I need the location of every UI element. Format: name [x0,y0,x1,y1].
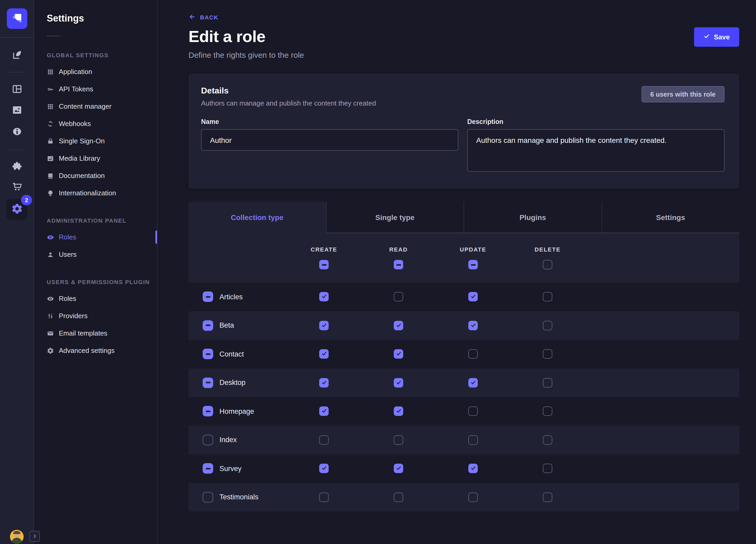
checkbox-articles-read[interactable] [394,292,403,302]
checkbox-homepage-delete[interactable] [543,407,552,416]
details-title: Details [201,86,376,96]
sidebar-item-webhooks[interactable]: Webhooks [34,115,157,132]
rail-item-plugins[interactable] [6,156,27,177]
sidebar-item-media-library[interactable]: Media Library [34,150,157,167]
checkbox-row-survey[interactable] [203,463,213,474]
back-link[interactable]: BACK [188,13,218,22]
checkbox-select-all-update[interactable] [468,260,478,269]
checkbox-contact-create[interactable] [319,349,329,359]
checkbox-contact-update[interactable] [468,349,478,359]
rail-item-marketplace[interactable] [6,177,27,198]
sidebar-item-label: Roles [59,233,76,241]
checkbox-desktop-delete[interactable] [543,378,552,388]
sidebar-item-label: Internationalization [59,189,116,197]
indeterminate-dash-icon [206,468,210,469]
tab-settings[interactable]: Settings [601,202,739,233]
sidebar-item-email-templates[interactable]: Email templates [34,325,157,342]
rail-item-content-manager[interactable] [6,79,27,100]
expand-sidebar-button[interactable] [29,531,40,542]
sidebar-item-api-tokens[interactable]: API Tokens [34,80,157,98]
checkbox-row-homepage[interactable] [203,406,213,417]
permissions-tabs: Collection typeSingle typePluginsSetting… [188,202,739,233]
check-icon [321,349,327,359]
checkbox-index-update[interactable] [468,435,478,445]
sidebar-item-documentation[interactable]: Documentation [34,167,157,184]
sidebar-item-providers[interactable]: Providers [34,307,157,325]
checkbox-testimonials-update[interactable] [468,493,478,502]
checkbox-beta-read[interactable] [394,321,403,330]
checkbox-survey-read[interactable] [394,464,403,473]
sidebar-item-application[interactable]: Application [34,63,157,80]
checkbox-select-all-read[interactable] [394,260,403,269]
checkbox-beta-update[interactable] [468,321,478,330]
sidebar-item-content-manager[interactable]: Content manager [34,98,157,115]
rail-item-information[interactable] [6,122,27,143]
tab-collection-type[interactable]: Collection type [188,202,326,233]
checkbox-row-beta[interactable] [203,320,213,331]
checkbox-row-contact[interactable] [203,349,213,359]
subnav-divider [47,36,60,36]
checkbox-index-read[interactable] [394,435,403,445]
checkbox-select-all-delete[interactable] [543,260,552,269]
sidebar-item-advanced-settings[interactable]: Advanced settings [34,342,157,359]
row-label: Contact [219,350,244,358]
checkbox-articles-create[interactable] [319,292,329,302]
rail-item-media-library[interactable] [6,100,27,121]
check-icon [321,464,327,473]
checkbox-row-index[interactable] [203,435,213,445]
checkbox-homepage-read[interactable] [394,407,403,416]
checkbox-row-testimonials[interactable] [203,492,213,503]
tab-plugins[interactable]: Plugins [464,202,601,233]
permission-row-survey: Survey [188,454,739,483]
checkbox-desktop-create[interactable] [319,378,329,388]
checkbox-survey-delete[interactable] [543,464,552,473]
sidebar-item-label: API Tokens [59,85,93,93]
sidebar-item-label: Single Sign-On [59,137,105,145]
indeterminate-dash-icon [322,264,326,265]
strapi-logo[interactable] [7,8,27,29]
mail-icon [47,329,54,337]
checkbox-desktop-update[interactable] [468,378,478,388]
checkbox-index-delete[interactable] [543,435,552,445]
row-label: Beta [219,322,234,329]
grid-icon [47,103,54,110]
checkbox-contact-read[interactable] [394,349,403,359]
globe-icon [47,189,54,197]
sidebar-item-label: Roles [59,295,76,302]
sidebar-item-label: Content manager [59,102,112,110]
checkbox-survey-create[interactable] [319,464,329,473]
checkbox-homepage-update[interactable] [468,407,478,416]
tab-single-type[interactable]: Single type [326,202,464,233]
checkbox-articles-delete[interactable] [543,292,552,302]
checkbox-homepage-create[interactable] [319,407,329,416]
user-avatar[interactable] [10,530,24,543]
checkbox-articles-update[interactable] [468,292,478,302]
checkbox-testimonials-read[interactable] [394,493,403,502]
checkbox-row-articles[interactable] [203,292,213,302]
checkbox-contact-delete[interactable] [543,349,552,359]
save-button[interactable]: Save [694,27,739,47]
sidebar-item-internationalization[interactable]: Internationalization [34,184,157,202]
sidebar-item-roles[interactable]: Roles [34,290,157,307]
section-heading: USERS & PERMISSIONS PLUGIN [34,279,157,285]
checkbox-index-create[interactable] [319,435,329,445]
check-icon [470,378,476,388]
sidebar-item-users[interactable]: Users [34,246,157,263]
description-input[interactable]: Authors can manage and publish the conte… [467,129,725,172]
column-header-delete: DELETE [510,246,585,253]
name-input[interactable] [201,129,458,151]
checkbox-select-all-create[interactable] [319,260,329,269]
checkbox-survey-update[interactable] [468,464,478,473]
checkbox-beta-delete[interactable] [543,321,552,330]
arrow-left-icon [188,13,196,22]
checkbox-testimonials-create[interactable] [319,493,329,502]
grid-icon [47,68,54,75]
checkbox-row-desktop[interactable] [203,378,213,388]
rail-item-content-builder[interactable] [6,45,27,66]
sidebar-item-roles[interactable]: Roles [34,228,157,246]
checkbox-testimonials-delete[interactable] [543,493,552,502]
sidebar-item-single-sign-on[interactable]: Single Sign-On [34,132,157,150]
checkbox-desktop-read[interactable] [394,378,403,388]
checkbox-beta-create[interactable] [319,321,329,330]
rail-item-settings[interactable]: 2 [6,199,27,220]
